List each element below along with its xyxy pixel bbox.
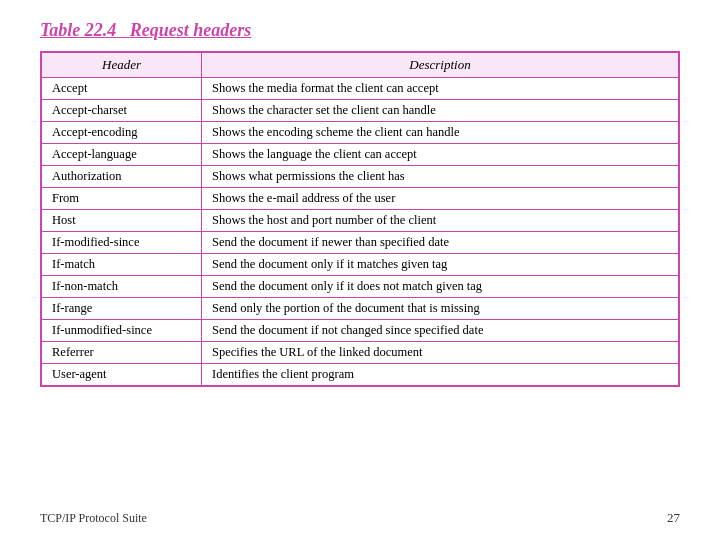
table-row: Accept-encodingShows the encoding scheme… [42, 122, 679, 144]
table-row: ReferrerSpecifies the URL of the linked … [42, 342, 679, 364]
title-area: Table 22.4 Request headers [40, 20, 680, 41]
table-row: AuthorizationShows what permissions the … [42, 166, 679, 188]
table-row: User-agentIdentifies the client program [42, 364, 679, 386]
header-cell: User-agent [42, 364, 202, 386]
table-row: HostShows the host and port number of th… [42, 210, 679, 232]
table-header-row: Header Description [42, 53, 679, 78]
description-cell: Send the document only if it matches giv… [202, 254, 679, 276]
table-number: Table 22.4 [40, 20, 116, 40]
description-cell: Send only the portion of the document th… [202, 298, 679, 320]
description-cell: Send the document only if it does not ma… [202, 276, 679, 298]
description-cell: Shows the character set the client can h… [202, 100, 679, 122]
header-cell: Host [42, 210, 202, 232]
description-cell: Send the document if newer than specifie… [202, 232, 679, 254]
header-cell: If-unmodified-since [42, 320, 202, 342]
table-row: If-matchSend the document only if it mat… [42, 254, 679, 276]
table-row: If-modified-sinceSend the document if ne… [42, 232, 679, 254]
table-row: If-unmodified-sinceSend the document if … [42, 320, 679, 342]
header-cell: If-match [42, 254, 202, 276]
header-cell: Accept-language [42, 144, 202, 166]
table-row: If-non-matchSend the document only if it… [42, 276, 679, 298]
description-cell: Shows the encoding scheme the client can… [202, 122, 679, 144]
description-cell: Shows the language the client can accept [202, 144, 679, 166]
page-container: Table 22.4 Request headers Header Descri… [0, 0, 720, 540]
description-cell: Send the document if not changed since s… [202, 320, 679, 342]
footer-left: TCP/IP Protocol Suite [40, 511, 147, 526]
table-row: If-rangeSend only the portion of the doc… [42, 298, 679, 320]
col-header-header: Header [42, 53, 202, 78]
table-wrapper: Header Description AcceptShows the media… [40, 51, 680, 387]
header-cell: If-non-match [42, 276, 202, 298]
table-name: Request headers [130, 20, 252, 40]
description-cell: Shows the host and port number of the cl… [202, 210, 679, 232]
table-title: Table 22.4 Request headers [40, 20, 251, 40]
table-row: Accept-charsetShows the character set th… [42, 100, 679, 122]
table-row: FromShows the e-mail address of the user [42, 188, 679, 210]
header-cell: Authorization [42, 166, 202, 188]
request-headers-table: Header Description AcceptShows the media… [41, 52, 679, 386]
description-cell: Shows what permissions the client has [202, 166, 679, 188]
header-cell: Accept [42, 78, 202, 100]
header-cell: If-range [42, 298, 202, 320]
table-row: AcceptShows the media format the client … [42, 78, 679, 100]
description-cell: Shows the media format the client can ac… [202, 78, 679, 100]
description-cell: Shows the e-mail address of the user [202, 188, 679, 210]
description-cell: Specifies the URL of the linked document [202, 342, 679, 364]
header-cell: Accept-encoding [42, 122, 202, 144]
header-cell: Accept-charset [42, 100, 202, 122]
description-cell: Identifies the client program [202, 364, 679, 386]
col-header-description: Description [202, 53, 679, 78]
table-row: Accept-languageShows the language the cl… [42, 144, 679, 166]
header-cell: If-modified-since [42, 232, 202, 254]
header-cell: From [42, 188, 202, 210]
header-cell: Referrer [42, 342, 202, 364]
footer-area: TCP/IP Protocol Suite 27 [40, 510, 680, 526]
footer-right: 27 [667, 510, 680, 526]
